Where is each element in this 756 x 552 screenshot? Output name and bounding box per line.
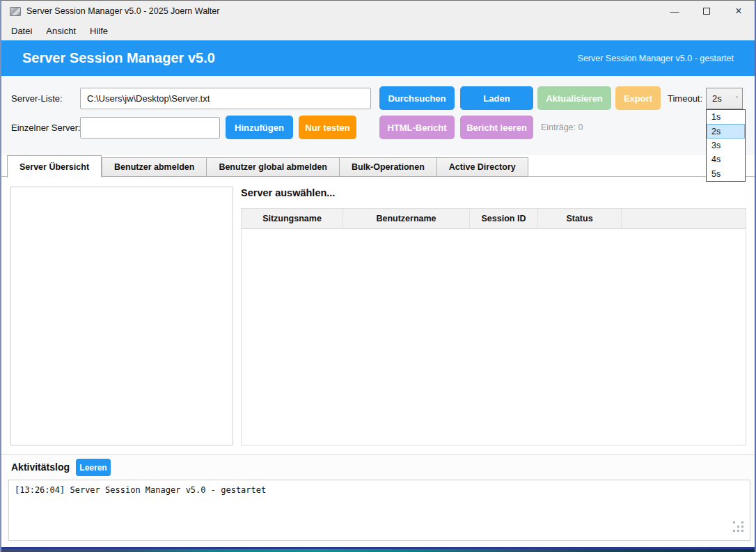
- tab-bar: Server Übersicht Benutzer abmelden Benut…: [7, 155, 528, 177]
- desktop-background-sliver: [1, 549, 755, 552]
- timeout-select[interactable]: 2s ˇ: [706, 88, 743, 109]
- log-clear-button[interactable]: Leeren: [76, 459, 111, 476]
- tab-benutzer-global-abmelden[interactable]: Benutzer global abmelden: [207, 157, 340, 177]
- single-server-label: Einzelner Server:: [11, 117, 81, 139]
- menu-item-datei[interactable]: Datei: [4, 23, 39, 39]
- app-header-status: Server Session Manager v5.0 - gestartet: [578, 54, 734, 63]
- chevron-down-icon: ˇ: [736, 95, 738, 102]
- server-listbox[interactable]: [10, 187, 233, 445]
- timeout-option-3s[interactable]: 3s: [707, 139, 745, 152]
- entries-count: Einträge: 0: [541, 116, 583, 139]
- export-button[interactable]: Export: [615, 86, 661, 110]
- timeout-label: Timeout:: [668, 88, 702, 109]
- session-table-header-row: Sitzungsname Benutzername Session ID Sta…: [242, 209, 746, 229]
- single-server-input[interactable]: [80, 117, 220, 139]
- minimize-icon[interactable]: —: [659, 1, 691, 22]
- clear-report-button[interactable]: Bericht leeren: [460, 116, 533, 139]
- column-header-benutzername[interactable]: Benutzername: [343, 209, 470, 228]
- maximize-glyph: [703, 8, 710, 15]
- resize-grip[interactable]: [733, 521, 743, 532]
- activity-log-label: Aktivitätslog: [11, 462, 70, 473]
- app-icon: [10, 7, 21, 16]
- tab-content-server-uebersicht: Server auswählen... Sitzungsname Benutze…: [1, 176, 755, 454]
- html-report-button[interactable]: HTML-Bericht: [379, 116, 455, 139]
- timeout-option-2s[interactable]: 2s: [707, 124, 745, 138]
- server-list-label: Server-Liste:: [11, 88, 63, 109]
- timeout-selected-value: 2s: [712, 93, 722, 104]
- app-header: Server Session Manager v5.0 Server Sessi…: [1, 40, 755, 76]
- menubar: Datei Ansicht Hilfe: [1, 22, 755, 40]
- app-header-title: Server Session Manager v5.0: [22, 50, 215, 66]
- session-panel-title: Server auswählen...: [241, 187, 335, 198]
- column-header-empty[interactable]: [622, 209, 746, 228]
- close-icon[interactable]: ×: [723, 1, 755, 22]
- tab-server-uebersicht[interactable]: Server Übersicht: [7, 155, 102, 178]
- window-controls: — ×: [659, 1, 755, 22]
- tab-active-directory[interactable]: Active Directory: [437, 157, 528, 177]
- column-header-session-id[interactable]: Session ID: [470, 209, 538, 228]
- form-panel: Server-Liste: Durchsuchen Laden Aktualis…: [1, 76, 755, 155]
- browse-button[interactable]: Durchsuchen: [379, 86, 455, 110]
- activity-log-textarea[interactable]: [13:26:04] Server Session Manager v5.0 -…: [8, 480, 750, 541]
- maximize-icon[interactable]: [691, 1, 723, 22]
- log-entry: [13:26:04] Server Session Manager v5.0 -…: [15, 485, 744, 495]
- timeout-option-5s[interactable]: 5s: [707, 167, 745, 181]
- timeout-option-4s[interactable]: 4s: [707, 152, 745, 166]
- timeout-dropdown-popup: 1s 2s 3s 4s 5s: [706, 109, 746, 182]
- titlebar: Server Session Manager v5.0 - 2025 Joern…: [1, 1, 755, 22]
- window-title: Server Session Manager v5.0 - 2025 Joern…: [26, 6, 219, 16]
- activity-log-section: Aktivitätslog Leeren [13:26:04] Server S…: [1, 455, 755, 547]
- column-header-status[interactable]: Status: [538, 209, 622, 228]
- tab-bulk-operationen[interactable]: Bulk-Operationen: [340, 157, 437, 177]
- load-button[interactable]: Laden: [460, 86, 533, 110]
- column-header-sitzungsname[interactable]: Sitzungsname: [242, 209, 343, 228]
- add-button[interactable]: Hinzufügen: [226, 116, 293, 139]
- app-window: Server Session Manager v5.0 - 2025 Joern…: [0, 0, 756, 552]
- timeout-option-1s[interactable]: 1s: [707, 110, 745, 124]
- menu-item-ansicht[interactable]: Ansicht: [39, 23, 83, 39]
- server-list-input[interactable]: [80, 88, 371, 109]
- refresh-button[interactable]: Aktualisieren: [537, 86, 611, 110]
- test-only-button[interactable]: Nur testen: [299, 116, 356, 139]
- session-table: Sitzungsname Benutzername Session ID Sta…: [241, 208, 746, 445]
- menu-item-hilfe[interactable]: Hilfe: [83, 23, 115, 39]
- tab-benutzer-abmelden[interactable]: Benutzer abmelden: [102, 157, 207, 177]
